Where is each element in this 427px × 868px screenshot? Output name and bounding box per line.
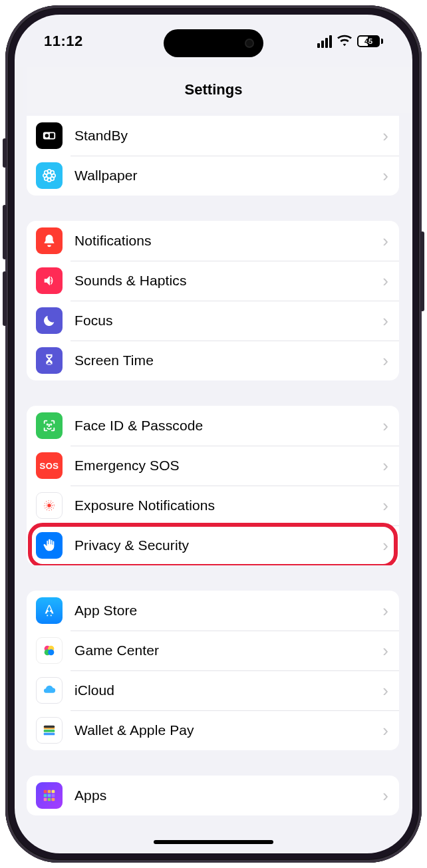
- settings-row-wallet-apple-pay[interactable]: Wallet & Apple Pay›: [27, 710, 399, 750]
- settings-row-wallpaper[interactable]: Wallpaper›: [27, 156, 399, 196]
- chevron-right-icon: ›: [382, 786, 388, 806]
- svg-rect-29: [48, 794, 51, 797]
- mute-switch: [3, 138, 7, 168]
- bell-icon: [36, 227, 63, 254]
- settings-row-privacy-security[interactable]: Privacy & Security›: [27, 525, 399, 565]
- svg-rect-27: [52, 790, 55, 794]
- settings-row-apps[interactable]: Apps›: [27, 776, 399, 815]
- phone-frame: 11:12 45 Settings: [5, 5, 422, 863]
- svg-rect-24: [44, 726, 55, 728]
- chevron-right-icon: ›: [382, 720, 388, 741]
- gamecenter-icon: [36, 637, 63, 664]
- svg-point-1: [45, 134, 49, 138]
- settings-row-icloud[interactable]: iCloud›: [27, 670, 399, 710]
- settings-row-emergency-sos[interactable]: SOSEmergency SOS›: [27, 446, 399, 486]
- chevron-right-icon: ›: [382, 166, 388, 186]
- home-indicator[interactable]: [154, 840, 273, 844]
- settings-row-label: App Store: [74, 603, 382, 619]
- svg-point-20: [48, 649, 54, 655]
- svg-rect-30: [52, 794, 55, 797]
- settings-row-label: Game Center: [74, 643, 382, 658]
- status-indicators: 45: [317, 34, 383, 49]
- chevron-right-icon: ›: [382, 641, 388, 661]
- apps-icon: [36, 782, 63, 809]
- speaker-icon: [36, 267, 63, 294]
- svg-rect-25: [44, 790, 47, 794]
- settings-row-label: Apps: [74, 788, 382, 803]
- nav-bar: Settings: [15, 67, 412, 113]
- chevron-right-icon: ›: [382, 351, 388, 371]
- hourglass-icon: [36, 347, 63, 374]
- settings-row-label: Notifications: [74, 233, 382, 249]
- settings-row-label: Wallet & Apple Pay: [74, 722, 382, 738]
- svg-rect-28: [44, 794, 47, 797]
- settings-row-label: Exposure Notifications: [74, 498, 382, 513]
- battery-indicator: 45: [357, 35, 383, 47]
- chevron-right-icon: ›: [382, 456, 388, 476]
- svg-rect-26: [48, 790, 51, 794]
- settings-scroll-view[interactable]: StandBy›Wallpaper›Notifications›Sounds &…: [15, 113, 411, 853]
- svg-rect-33: [52, 798, 55, 801]
- settings-row-standby[interactable]: StandBy›: [27, 116, 399, 156]
- settings-group-security: Face ID & Passcode›SOSEmergency SOS›Expo…: [27, 406, 399, 565]
- wallpaper-icon: [36, 162, 63, 189]
- settings-row-game-center[interactable]: Game Center›: [27, 631, 399, 670]
- volume-up-button: [3, 205, 7, 259]
- settings-group-attention: Notifications›Sounds & Haptics›Focus›Scr…: [27, 221, 399, 380]
- chevron-right-icon: ›: [382, 231, 388, 251]
- hand-icon: [36, 532, 63, 559]
- settings-row-label: Screen Time: [74, 353, 382, 368]
- volume-down-button: [3, 271, 7, 326]
- settings-row-label: Wallpaper: [74, 168, 382, 184]
- settings-row-label: Sounds & Haptics: [74, 273, 382, 289]
- moon-icon: [36, 307, 63, 334]
- icloud-icon: [36, 677, 63, 704]
- svg-rect-32: [48, 798, 51, 801]
- chevron-right-icon: ›: [382, 416, 388, 436]
- settings-row-screen-time[interactable]: Screen Time›: [27, 341, 399, 380]
- screen: 11:12 45 Settings: [15, 15, 412, 853]
- chevron-right-icon: ›: [382, 601, 388, 621]
- status-time: 11:12: [44, 33, 83, 50]
- svg-rect-22: [44, 730, 55, 732]
- settings-group-display: StandBy›Wallpaper›: [27, 116, 399, 196]
- chevron-right-icon: ›: [382, 535, 388, 556]
- settings-row-label: StandBy: [74, 128, 382, 144]
- sos-icon: SOS: [36, 452, 63, 479]
- chevron-right-icon: ›: [382, 126, 388, 146]
- settings-row-label: Emergency SOS: [74, 458, 382, 474]
- faceid-icon: [36, 412, 63, 439]
- exposure-icon: [36, 492, 63, 519]
- svg-point-14: [47, 504, 51, 507]
- page-title: Settings: [185, 81, 243, 98]
- battery-percent: 45: [358, 37, 378, 45]
- settings-row-focus[interactable]: Focus›: [27, 301, 399, 341]
- svg-point-13: [51, 424, 51, 424]
- chevron-right-icon: ›: [382, 271, 388, 291]
- wallet-icon: [36, 717, 63, 744]
- power-button: [420, 231, 424, 311]
- svg-rect-2: [50, 133, 54, 138]
- dynamic-island: [164, 29, 263, 57]
- settings-row-sounds-haptics[interactable]: Sounds & Haptics›: [27, 261, 399, 301]
- settings-row-label: iCloud: [74, 682, 382, 698]
- settings-row-label: Face ID & Passcode: [74, 418, 382, 434]
- svg-point-12: [47, 424, 48, 424]
- cellular-signal-icon: [317, 35, 332, 48]
- appstore-icon: [36, 597, 63, 624]
- settings-group-apps: Apps›: [27, 776, 399, 815]
- chevron-right-icon: ›: [382, 311, 388, 331]
- wifi-icon: [337, 34, 352, 49]
- svg-rect-31: [44, 798, 47, 801]
- svg-rect-23: [44, 733, 55, 736]
- settings-row-face-id-passcode[interactable]: Face ID & Passcode›: [27, 406, 399, 446]
- standby-icon: [36, 122, 63, 149]
- settings-row-label: Privacy & Security: [74, 537, 382, 553]
- settings-row-app-store[interactable]: App Store›: [27, 591, 399, 631]
- settings-row-exposure-notifications[interactable]: Exposure Notifications›: [27, 486, 399, 525]
- settings-row-label: Focus: [74, 313, 382, 329]
- settings-row-notifications[interactable]: Notifications›: [27, 221, 399, 261]
- chevron-right-icon: ›: [382, 680, 388, 701]
- chevron-right-icon: ›: [382, 496, 388, 516]
- settings-group-services: App Store›Game Center›iCloud›Wallet & Ap…: [27, 591, 399, 750]
